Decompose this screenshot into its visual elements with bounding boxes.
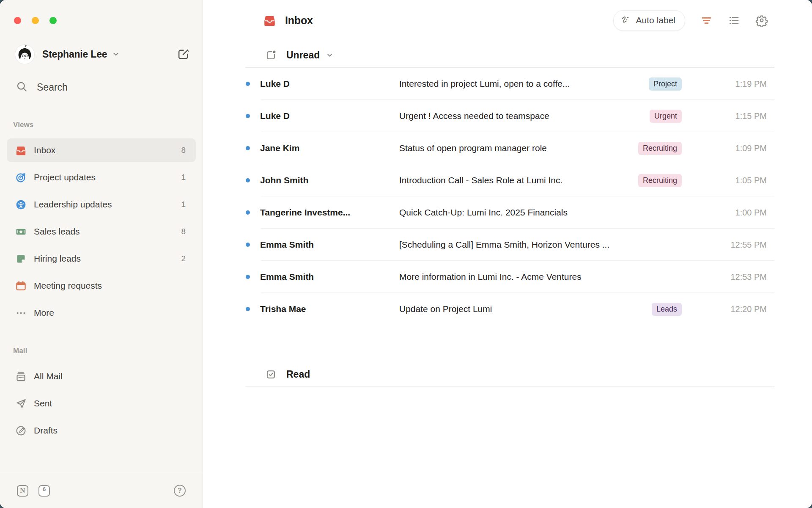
unread-dot-column xyxy=(245,82,250,86)
unread-status-icon xyxy=(265,50,277,61)
search-button[interactable]: Search xyxy=(16,78,190,96)
email-row[interactable]: Jane KimStatus of open program manager r… xyxy=(245,132,774,164)
chevron-down-icon xyxy=(111,50,121,59)
page-title: Inbox xyxy=(285,14,313,27)
notion-workspace-icon[interactable]: N xyxy=(17,485,28,497)
email-subject: Introduction Call - Sales Role at Lumi I… xyxy=(399,175,638,185)
email-subject: Quick Catch-Up: Lumi Inc. 2025 Financial… xyxy=(399,207,682,218)
sidebar-item-inbox[interactable]: Inbox8 xyxy=(7,138,196,162)
calendar-app-day: 6 xyxy=(39,486,49,493)
sidebar-item-more[interactable]: More xyxy=(7,301,196,325)
sidebar-item-label: Meeting requests xyxy=(34,281,102,291)
unread-dot-column xyxy=(245,146,250,150)
unread-dot xyxy=(246,82,250,86)
email-row[interactable]: Luke DInterested in project Lumi, open t… xyxy=(245,68,774,100)
sidebar-item-all-mail[interactable]: All Mail xyxy=(7,364,196,388)
window-controls xyxy=(14,17,203,24)
nav-list-views: Inbox8Project updates1Leadership updates… xyxy=(0,138,203,325)
label-badge-leads[interactable]: Leads xyxy=(652,303,682,316)
unread-section-label: Unread xyxy=(286,50,320,61)
calendar-app-icon[interactable]: 6 xyxy=(38,485,50,497)
sidebar-item-leadership-updates[interactable]: Leadership updates1 xyxy=(7,193,196,216)
settings-gear-icon[interactable] xyxy=(755,14,768,27)
email-row[interactable]: Trisha MaeUpdate on Project LumiLeads12:… xyxy=(245,293,774,325)
list-view-icon[interactable] xyxy=(728,14,740,27)
unread-dot-column xyxy=(245,243,250,247)
email-row[interactable]: Luke DUrgent ! Access needed to teamspac… xyxy=(245,100,774,132)
inbox-icon xyxy=(263,14,276,27)
sidebar-item-label: Sales leads xyxy=(34,226,80,237)
sidebar-item-drafts[interactable]: Drafts xyxy=(7,419,196,442)
unread-count-badge: 8 xyxy=(181,146,186,155)
filter-icon[interactable] xyxy=(700,14,713,27)
email-row[interactable]: John SmithIntroduction Call - Sales Role… xyxy=(245,164,774,196)
auto-label-text: Auto label xyxy=(636,15,675,25)
label-badge-recruiting[interactable]: Recruiting xyxy=(638,142,682,155)
auto-label-button[interactable]: Auto label xyxy=(613,10,685,31)
draft-icon xyxy=(15,425,27,436)
sidebar-item-label: More xyxy=(34,308,54,318)
main-panel: Inbox Auto label xyxy=(203,0,812,508)
email-subject: [Scheduling a Call] Emma Smith, Horizon … xyxy=(399,240,682,250)
sidebar-nav: ViewsInbox8Project updates1Leadership up… xyxy=(0,121,203,442)
email-sender: Tangerine Investme... xyxy=(260,207,390,218)
close-button[interactable] xyxy=(14,17,21,24)
email-row[interactable]: Emma SmithMore information in Lumi Inc. … xyxy=(245,261,774,293)
unread-dot-column xyxy=(245,114,250,118)
sidebar-item-label: Sent xyxy=(34,398,52,409)
sidebar-item-label: Drafts xyxy=(34,425,58,436)
sidebar-item-meeting-requests[interactable]: Meeting requests xyxy=(7,274,196,298)
sidebar-item-hiring-leads[interactable]: Hiring leads2 xyxy=(7,247,196,271)
email-row[interactable]: Emma Smith[Scheduling a Call] Emma Smith… xyxy=(245,229,774,261)
label-badge-urgent[interactable]: Urgent xyxy=(650,110,682,123)
unread-count-badge: 1 xyxy=(181,200,186,209)
help-button[interactable]: ? xyxy=(174,485,186,497)
sidebar: Stephanie Lee Search ViewsInbox8Project … xyxy=(0,0,203,508)
account-switcher[interactable]: Stephanie Lee xyxy=(15,44,190,64)
zoom-button[interactable] xyxy=(49,17,57,24)
email-time: 1:19 PM xyxy=(682,79,774,89)
email-time: 12:20 PM xyxy=(682,304,774,314)
label-badge-project[interactable]: Project xyxy=(649,77,682,91)
minimize-button[interactable] xyxy=(32,17,39,24)
email-time: 1:09 PM xyxy=(682,144,774,153)
email-subject: Urgent ! Access needed to teamspace xyxy=(399,111,650,121)
unread-count-badge: 2 xyxy=(181,254,186,263)
read-section-header[interactable]: Read xyxy=(245,360,774,387)
unread-dot xyxy=(246,210,250,215)
read-status-icon xyxy=(265,369,277,380)
email-subject: Status of open program manager role xyxy=(399,143,638,153)
unread-dot-column xyxy=(245,210,250,215)
unread-section-header[interactable]: Unread xyxy=(245,41,774,68)
sidebar-item-sent[interactable]: Sent xyxy=(7,392,196,415)
accessibility-icon xyxy=(15,199,27,210)
search-label: Search xyxy=(37,82,68,93)
unread-dot xyxy=(246,307,250,311)
email-sender: Jane Kim xyxy=(260,143,390,153)
unread-dot xyxy=(246,114,250,118)
label-badge-recruiting[interactable]: Recruiting xyxy=(638,174,682,187)
compose-button[interactable] xyxy=(177,48,190,61)
inbox-icon xyxy=(15,145,27,156)
section-label-views: Views xyxy=(13,121,203,129)
calendar-icon xyxy=(15,280,27,292)
email-time: 12:53 PM xyxy=(682,272,774,282)
unread-dot xyxy=(246,178,250,182)
avatar xyxy=(15,45,34,64)
unread-dot xyxy=(246,275,250,279)
email-row[interactable]: Tangerine Investme...Quick Catch-Up: Lum… xyxy=(245,196,774,229)
sidebar-item-label: Project updates xyxy=(34,172,96,182)
note-icon xyxy=(15,253,27,265)
app-window: Stephanie Lee Search ViewsInbox8Project … xyxy=(0,0,812,508)
unread-count-badge: 8 xyxy=(181,227,186,236)
unread-collapse-chevron-icon[interactable] xyxy=(325,51,334,60)
sidebar-item-label: Leadership updates xyxy=(34,199,112,210)
header-controls: Auto label xyxy=(613,10,768,31)
auto-label-wand-icon xyxy=(620,15,631,26)
sidebar-item-sales-leads[interactable]: Sales leads8 xyxy=(7,220,196,243)
email-subject: Interested in project Lumi, open to a co… xyxy=(399,79,649,89)
allmail-icon xyxy=(15,371,27,382)
banknote-icon xyxy=(15,226,27,237)
sidebar-item-project-updates[interactable]: Project updates1 xyxy=(7,166,196,189)
unread-count-badge: 1 xyxy=(181,173,186,182)
